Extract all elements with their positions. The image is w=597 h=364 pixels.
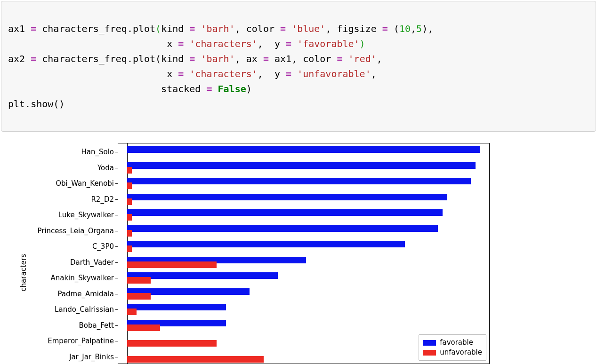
code-line: stacked = False) [8, 81, 589, 96]
y-tick-mark [115, 231, 118, 231]
code-token: , [428, 23, 433, 34]
code-token: ax1, color [269, 53, 337, 64]
bar-unfavorable [127, 230, 132, 237]
code-token: False [218, 83, 246, 95]
bar-favorable [127, 225, 438, 232]
bar-favorable [127, 241, 405, 247]
code-token: 'characters' [189, 68, 258, 79]
code-token: ( [155, 53, 161, 64]
code-token: , [411, 23, 416, 34]
plot-area: characters favorableunfavorable 01020304… [118, 143, 490, 364]
y-tick-mark [115, 183, 118, 184]
code-token: , figsize [325, 23, 382, 34]
code-line: plt.show() [8, 96, 589, 111]
y-tick-mark [115, 294, 118, 294]
y-tick-label: Boba_Fett [79, 321, 114, 330]
code-token: x [8, 68, 178, 79]
code-token [343, 53, 348, 64]
bar-unfavorable [127, 167, 132, 174]
bar-unfavorable [127, 309, 137, 315]
code-token: 10 [399, 23, 411, 34]
legend-swatch [423, 340, 436, 346]
y-tick-mark [115, 357, 118, 357]
y-tick-mark [115, 262, 118, 263]
code-token [195, 23, 201, 34]
bar-favorable [127, 304, 226, 310]
code-token [184, 68, 189, 79]
code-token: = [206, 83, 212, 95]
y-tick-label: Jar_Jar_Binks [69, 353, 114, 361]
bar-unfavorable [127, 182, 132, 189]
y-axis-title: characters [19, 254, 28, 292]
y-tick-mark [115, 168, 118, 168]
code-token: characters_freq.plot [36, 23, 155, 34]
legend-swatch [423, 350, 436, 356]
bar-favorable [127, 146, 480, 153]
code-token: 'barh' [201, 23, 234, 34]
code-token: 'characters' [189, 38, 258, 49]
code-token: ) [246, 83, 252, 95]
code-token: = [286, 38, 291, 49]
y-tick-label: Anakin_Skywalker [50, 274, 114, 282]
code-token: characters_freq.plot [36, 53, 155, 64]
code-content: ax1 = characters_freq.plot(kind = 'barh'… [8, 21, 589, 111]
code-token: 5 [416, 23, 422, 34]
code-line: ax1 = characters_freq.plot(kind = 'barh'… [8, 21, 589, 36]
code-token: , [377, 53, 382, 64]
y-tick-label: R2_D2 [91, 195, 114, 204]
legend: favorableunfavorable [419, 334, 486, 361]
code-token: = [31, 53, 36, 64]
code-token: , y [258, 38, 286, 49]
y-tick-mark [115, 325, 118, 326]
code-token: ) [422, 23, 428, 34]
code-token: 'blue' [291, 23, 325, 34]
legend-item: unfavorable [423, 348, 482, 357]
code-token: 'unfavorable' [297, 68, 371, 79]
code-token: = [178, 38, 184, 49]
y-tick-mark [115, 199, 118, 200]
code-token: stacked [8, 83, 206, 95]
code-token [184, 38, 189, 49]
bar-unfavorable [127, 340, 217, 347]
y-tick-mark [115, 152, 118, 152]
code-line: x = 'characters', y = 'favorable') [8, 36, 589, 51]
code-token: = [189, 23, 195, 34]
y-tick-label: Obi_Wan_Kenobi [56, 179, 114, 188]
bar-unfavorable [127, 356, 264, 363]
code-line: x = 'characters', y = 'unfavorable', [8, 66, 589, 81]
code-token: plt.show() [8, 98, 65, 110]
y-tick-label: C_3P0 [92, 242, 114, 251]
code-token: ( [155, 23, 161, 34]
code-token: = [280, 23, 286, 34]
code-token: x [8, 38, 178, 49]
code-token: 'favorable' [297, 38, 359, 49]
y-tick-label: Princess_Leia_Organa [37, 227, 114, 235]
code-cell: ax1 = characters_freq.plot(kind = 'barh'… [1, 1, 596, 132]
code-token: = [337, 53, 342, 64]
bar-favorable [127, 194, 447, 200]
code-token [291, 68, 297, 79]
y-tick-mark [115, 341, 118, 341]
bar-favorable [127, 209, 443, 216]
code-token: = [31, 23, 36, 34]
code-token: 'red' [348, 53, 377, 64]
chart-output: characters favorableunfavorable 01020304… [0, 137, 597, 364]
code-token: ax2 [8, 53, 31, 64]
bar-unfavorable [127, 214, 132, 221]
y-tick-label: Han_Solo [81, 148, 114, 156]
y-tick-mark [115, 309, 118, 310]
code-token: kind [161, 23, 189, 34]
code-token: = [382, 23, 388, 34]
code-token: = [189, 53, 195, 64]
code-token: = [178, 68, 184, 79]
code-token: , ax [235, 53, 263, 64]
y-tick-label: Darth_Vader [70, 258, 114, 267]
code-token: ax1 [8, 23, 31, 34]
y-tick-mark [115, 215, 118, 215]
bar-unfavorable [127, 277, 151, 284]
code-token [388, 23, 394, 34]
bar-favorable [127, 178, 471, 184]
legend-label: favorable [440, 338, 473, 348]
bar-unfavorable [127, 293, 151, 300]
y-tick-label: Padme_Amidala [57, 290, 114, 298]
